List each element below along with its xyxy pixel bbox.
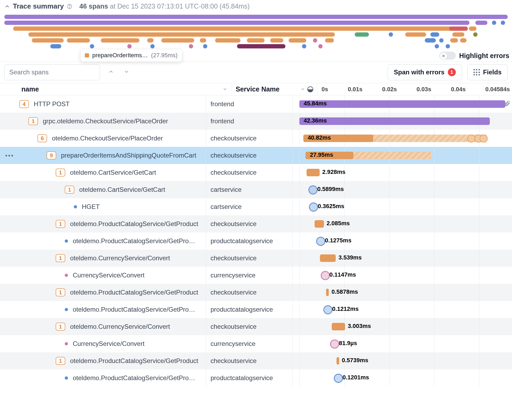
span-timeline[interactable]: 42.36ms bbox=[293, 113, 512, 130]
overview-span[interactable] bbox=[501, 21, 505, 25]
child-count-badge[interactable]: 1 bbox=[65, 186, 74, 194]
overview-span[interactable] bbox=[439, 38, 444, 43]
overview-span[interactable] bbox=[313, 38, 317, 43]
table-row[interactable]: 1oteldemo.CartService/GetCartcartservice… bbox=[0, 181, 512, 198]
overview-span[interactable] bbox=[4, 21, 469, 25]
child-count-badge[interactable]: 9 bbox=[47, 151, 56, 159]
trace-overview[interactable]: prepareOrderItems… (27.95ms) bbox=[0, 12, 512, 51]
column-header-name[interactable]: name bbox=[0, 83, 232, 95]
overview-span[interactable] bbox=[247, 38, 265, 43]
span-timeline[interactable]: 0.1275ms bbox=[293, 232, 512, 250]
overview-span[interactable] bbox=[318, 44, 323, 48]
overview-span[interactable] bbox=[67, 38, 90, 43]
child-count-badge[interactable]: 1 bbox=[56, 288, 65, 296]
table-row[interactable]: CurrencyService/Convertcurrencyservice0.… bbox=[0, 267, 512, 284]
span-timeline[interactable]: 2.928ms bbox=[293, 164, 512, 181]
child-count-badge[interactable]: 1 bbox=[56, 254, 65, 262]
overview-span[interactable] bbox=[492, 21, 496, 25]
color-blob-icon[interactable] bbox=[307, 86, 313, 92]
overview-span[interactable] bbox=[189, 44, 193, 48]
overview-span[interactable] bbox=[302, 44, 306, 48]
overview-span[interactable] bbox=[430, 32, 439, 37]
overview-span[interactable] bbox=[435, 44, 439, 48]
span-timeline[interactable]: 0.3625ms bbox=[293, 198, 512, 215]
overview-span[interactable] bbox=[452, 32, 464, 37]
span-timeline[interactable]: 0.1147ms bbox=[293, 267, 512, 284]
child-count-badge[interactable]: 6 bbox=[37, 134, 47, 142]
overview-span[interactable] bbox=[127, 44, 132, 48]
span-timeline[interactable]: 3.539ms bbox=[293, 250, 512, 267]
table-row[interactable]: 1oteldemo.CartService/GetCartcheckoutser… bbox=[0, 164, 512, 181]
column-header-service[interactable]: Service Name bbox=[232, 83, 317, 95]
overview-span[interactable] bbox=[405, 32, 426, 37]
span-timeline[interactable]: 27.95ms bbox=[293, 147, 512, 164]
overview-span[interactable] bbox=[389, 32, 393, 37]
overview-span[interactable] bbox=[147, 38, 154, 43]
overview-span[interactable] bbox=[50, 44, 61, 48]
overview-span[interactable] bbox=[325, 38, 334, 43]
collapse-icon[interactable] bbox=[4, 3, 10, 9]
overview-span[interactable] bbox=[425, 38, 436, 43]
overview-span[interactable] bbox=[237, 44, 285, 48]
overview-span[interactable] bbox=[475, 21, 487, 25]
child-count-badge[interactable]: 1 bbox=[56, 323, 65, 331]
row-actions-icon[interactable]: ••• bbox=[5, 152, 14, 159]
table-row[interactable]: oteldemo.ProductCatalogService/GetPro…pr… bbox=[0, 232, 512, 250]
child-count-badge[interactable]: 1 bbox=[56, 357, 65, 365]
table-row[interactable]: 1oteldemo.ProductCatalogService/GetProdu… bbox=[0, 352, 512, 369]
overview-span[interactable] bbox=[469, 26, 477, 31]
highlight-errors-toggle[interactable] bbox=[439, 52, 456, 60]
table-row[interactable]: 1oteldemo.CurrencyService/Convertcheckou… bbox=[0, 318, 512, 335]
table-row[interactable]: CurrencyService/Convertcurrencyservice81… bbox=[0, 335, 512, 352]
span-timeline[interactable]: 45.84ms bbox=[293, 96, 512, 113]
span-timeline[interactable]: 0.5899ms bbox=[293, 181, 512, 198]
attachment-icon[interactable] bbox=[504, 100, 510, 108]
span-timeline[interactable]: 0.1212ms bbox=[293, 301, 512, 318]
table-row[interactable]: 1grpc.oteldemo.CheckoutService/PlaceOrde… bbox=[0, 113, 512, 130]
overview-span[interactable] bbox=[446, 44, 450, 48]
overview-span[interactable] bbox=[215, 38, 240, 43]
span-timeline[interactable]: 40.82ms bbox=[293, 130, 512, 147]
overview-span[interactable] bbox=[450, 38, 458, 43]
overview-span[interactable] bbox=[161, 38, 194, 43]
overview-span[interactable] bbox=[32, 38, 64, 43]
overview-span[interactable] bbox=[449, 26, 468, 31]
overview-span[interactable] bbox=[473, 32, 477, 37]
table-row[interactable]: 1oteldemo.ProductCatalogService/GetProdu… bbox=[0, 284, 512, 301]
span-timeline[interactable]: 0.5878ms bbox=[293, 284, 512, 301]
child-count-badge[interactable]: 4 bbox=[19, 100, 29, 108]
table-row[interactable]: oteldemo.ProductCatalogService/GetPro…pr… bbox=[0, 301, 512, 318]
help-icon[interactable] bbox=[67, 3, 72, 9]
overview-span[interactable] bbox=[270, 38, 283, 43]
span-timeline[interactable]: 81.9µs bbox=[293, 335, 512, 352]
overview-span[interactable] bbox=[200, 38, 207, 43]
overview-span[interactable] bbox=[13, 26, 461, 31]
table-row[interactable]: 4HTTP POSTfrontend45.84ms bbox=[0, 96, 512, 113]
overview-span[interactable] bbox=[203, 44, 207, 48]
overview-span[interactable] bbox=[101, 38, 139, 43]
child-count-badge[interactable]: 1 bbox=[56, 220, 65, 228]
next-result-icon[interactable] bbox=[121, 67, 132, 78]
child-count-badge[interactable]: 1 bbox=[56, 169, 65, 177]
overview-span[interactable] bbox=[150, 44, 155, 48]
overview-span[interactable] bbox=[90, 44, 94, 48]
search-input[interactable]: Search spans bbox=[4, 64, 100, 80]
span-timeline[interactable]: 3.003ms bbox=[293, 318, 512, 335]
fields-button[interactable]: Fields bbox=[467, 64, 508, 80]
overview-span[interactable] bbox=[28, 32, 335, 37]
table-row[interactable]: 1oteldemo.CurrencyService/Convertcheckou… bbox=[0, 250, 512, 267]
table-row[interactable]: 6oteldemo.CheckoutService/PlaceOrderchec… bbox=[0, 130, 512, 147]
span-timeline[interactable]: 2.085ms bbox=[293, 215, 512, 232]
span-timeline[interactable]: 0.1201ms bbox=[293, 369, 512, 387]
overview-span[interactable] bbox=[4, 15, 508, 19]
span-timeline[interactable]: 0.5739ms bbox=[293, 352, 512, 369]
overview-span[interactable] bbox=[460, 38, 467, 43]
span-with-errors-button[interactable]: Span with errors 1 bbox=[388, 64, 462, 80]
overview-span[interactable] bbox=[355, 32, 369, 37]
child-count-badge[interactable]: 1 bbox=[28, 117, 38, 125]
overview-span[interactable] bbox=[289, 38, 306, 43]
prev-result-icon[interactable] bbox=[105, 67, 117, 78]
table-row[interactable]: HGETcartservice0.3625ms bbox=[0, 198, 512, 215]
table-row[interactable]: oteldemo.ProductCatalogService/GetPro…pr… bbox=[0, 369, 512, 387]
table-row[interactable]: •••9prepareOrderItemsAndShippingQuoteFro… bbox=[0, 147, 512, 164]
